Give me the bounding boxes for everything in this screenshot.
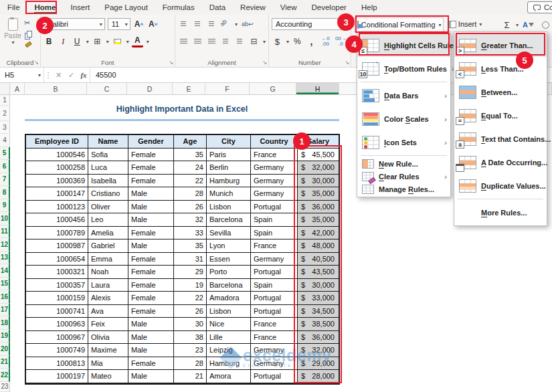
cell-gender[interactable]: Female — [128, 357, 174, 371]
cell-gender[interactable]: Female — [128, 149, 174, 162]
cell-gender[interactable]: Male — [128, 331, 174, 345]
row-header-1[interactable]: 1 — [0, 95, 10, 106]
column-header-F[interactable]: F — [205, 83, 250, 94]
middle-align-button[interactable] — [192, 18, 203, 30]
cell-gender[interactable]: Female — [128, 305, 174, 318]
cell-gender[interactable]: Male — [128, 201, 174, 214]
cell-id[interactable]: 1000258 — [26, 161, 88, 175]
cell-salary[interactable]: $35,000 — [298, 187, 339, 201]
cell-city[interactable]: Berlin — [207, 161, 251, 175]
decrease-indent-button[interactable] — [220, 35, 232, 47]
cell-id[interactable]: 1000987 — [26, 239, 88, 253]
cell-city[interactable]: Lille — [207, 331, 251, 345]
cell-gender[interactable]: Female — [128, 279, 174, 292]
menu-item-text-that-contains[interactable]: aText that Contains... — [454, 127, 547, 151]
cell-name[interactable]: Alexis — [88, 292, 128, 305]
cell-name[interactable]: Gabriel — [88, 239, 128, 253]
cell-id[interactable]: 1000369 — [26, 175, 88, 188]
row-header-6[interactable]: 6 — [0, 160, 10, 173]
cell-age[interactable]: 28 — [174, 357, 207, 371]
cell-city[interactable]: Munich — [207, 187, 251, 201]
cell-city[interactable]: Lisbon — [207, 305, 251, 318]
menu-item-clear-rules[interactable]: Clear Rules› — [357, 170, 450, 183]
cell-city[interactable]: Hamburg — [207, 175, 251, 188]
cell-city[interactable]: Sevilla — [207, 227, 251, 240]
cell-city[interactable]: Amora — [207, 370, 251, 383]
row-header-20[interactable]: 20 — [0, 342, 10, 356]
cell-salary[interactable]: $43,500 — [298, 266, 339, 279]
cell-city[interactable]: Hamburg — [207, 357, 251, 371]
font-dialog-launcher[interactable]: ↘ — [169, 60, 173, 66]
row-header-9[interactable]: 9 — [0, 199, 10, 213]
orientation-dropdown-arrow[interactable]: ▾ — [235, 21, 238, 27]
tab-help[interactable]: Help — [354, 1, 385, 14]
cell-country[interactable]: France — [251, 331, 298, 345]
find-select-icon[interactable] — [542, 21, 549, 29]
cell-name[interactable]: Emma — [88, 253, 128, 266]
cell-salary[interactable]: $36,000 — [298, 331, 339, 345]
cell-city[interactable]: Porto — [207, 266, 251, 279]
cell-country[interactable]: France — [251, 239, 298, 253]
cell-gender[interactable]: Male — [128, 344, 174, 357]
cell-gender[interactable]: Male — [128, 213, 174, 227]
menu-item-new-rule[interactable]: New Rule... — [357, 157, 450, 170]
cell-salary[interactable]: $32,000 — [298, 344, 339, 357]
column-header-E[interactable]: E — [173, 83, 205, 94]
cell-age[interactable]: 23 — [174, 344, 207, 357]
cell-name[interactable]: Olivia — [88, 331, 128, 345]
cell-city[interactable]: Amadora — [207, 292, 251, 305]
cell-id[interactable]: 1000159 — [26, 292, 88, 305]
menu-item-highlight-cells-rules[interactable]: ≤Highlight Cells Rules› — [357, 33, 450, 57]
row-header-11[interactable]: 11 — [0, 225, 10, 239]
column-header-D[interactable]: D — [127, 83, 173, 94]
tab-review[interactable]: Review — [233, 1, 273, 14]
cell-salary[interactable]: $36,000 — [298, 201, 339, 214]
tab-formulas[interactable]: Formulas — [155, 1, 202, 14]
column-header-C[interactable]: C — [87, 83, 127, 94]
row-header-10[interactable]: 10 — [0, 212, 10, 225]
font-color-dropdown-arrow[interactable]: ▾ — [147, 39, 149, 45]
cell-name[interactable]: Feix — [88, 318, 128, 331]
cell-age[interactable]: 19 — [174, 279, 207, 292]
cell-age[interactable]: 30 — [174, 318, 207, 331]
center-button[interactable] — [192, 35, 203, 47]
cell-salary[interactable]: $33,000 — [298, 292, 339, 305]
cancel-icon[interactable]: ✕ — [52, 68, 65, 82]
tab-insert[interactable]: Insert — [63, 1, 97, 14]
row-header-22[interactable]: 22 — [0, 369, 10, 382]
accounting-dropdown-arrow[interactable]: ▾ — [286, 39, 289, 45]
row-header-8[interactable]: 8 — [0, 186, 10, 199]
cell-name[interactable]: Cristiano — [88, 187, 128, 201]
row-header-7[interactable]: 7 — [0, 173, 10, 187]
cell-country[interactable]: Germany — [251, 253, 298, 266]
cell-name[interactable]: Mia — [88, 357, 128, 371]
clipboard-dialog-launcher[interactable]: ↘ — [34, 60, 39, 66]
cell-id[interactable]: 1000147 — [26, 187, 88, 201]
autosum-dropdown-arrow[interactable]: ▾ — [516, 22, 519, 28]
row-header-19[interactable]: 19 — [0, 330, 10, 343]
cell-country[interactable]: France — [251, 318, 298, 331]
cell-gender[interactable]: Female — [128, 227, 174, 240]
enter-icon[interactable]: ✓ — [65, 68, 78, 82]
cell-salary[interactable]: $35,000 — [298, 213, 339, 227]
paste-button[interactable]: Paste ▾ — [3, 17, 23, 58]
row-header-4[interactable]: 4 — [0, 134, 10, 147]
cell-id[interactable]: 1000741 — [26, 305, 88, 318]
cell-id[interactable]: 1000546 — [26, 149, 88, 162]
column-header-G[interactable]: G — [250, 83, 296, 94]
menu-item-duplicate-values[interactable]: Duplicate Values... — [454, 174, 547, 197]
menu-item-more-rules[interactable]: More Rules... — [454, 201, 547, 224]
menu-item-greater-than[interactable]: >Greater Than... — [454, 33, 547, 57]
cell-salary[interactable]: $30,000 — [298, 175, 339, 188]
cell-city[interactable]: Barcelona — [207, 213, 251, 227]
cell-country[interactable]: Portugal — [251, 370, 298, 383]
cell-name[interactable]: Laura — [88, 279, 128, 292]
cell-age[interactable]: 24 — [174, 161, 207, 175]
tab-view[interactable]: View — [273, 1, 304, 14]
align-right-button[interactable] — [206, 35, 217, 47]
row-header-2[interactable]: 2 — [0, 106, 10, 121]
cell-country[interactable]: Spain — [251, 213, 298, 227]
menu-item-icon-sets[interactable]: Icon Sets› — [357, 130, 450, 154]
cell-id[interactable]: 1000813 — [26, 357, 88, 371]
wrap-text-button[interactable]: ab↩ — [240, 18, 255, 30]
